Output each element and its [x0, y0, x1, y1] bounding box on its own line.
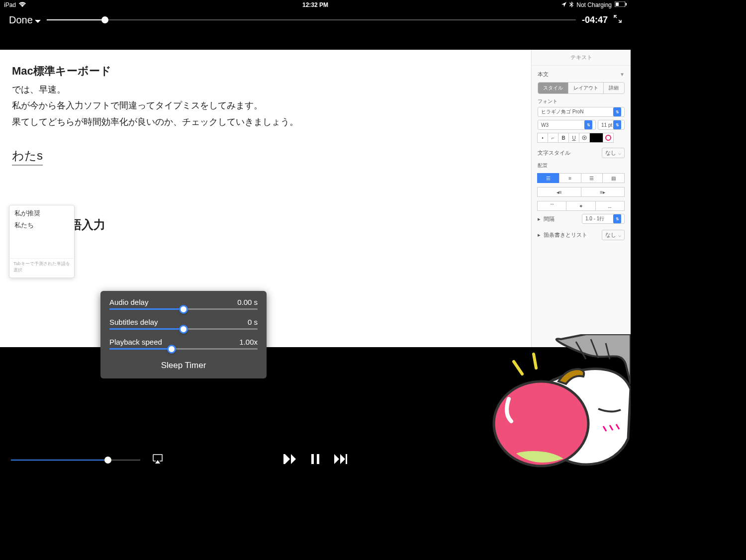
background-heading: 語入力	[70, 217, 105, 233]
align-right-button[interactable]: ☰	[581, 173, 603, 183]
format-tabs[interactable]: スタイル レイアウト 詳細	[538, 82, 625, 94]
strike-button[interactable]: ⌐	[548, 133, 559, 143]
char-style-select[interactable]: なし ⌵	[602, 148, 625, 158]
alignment-label: 配置	[538, 162, 625, 169]
cartoon-illustration	[486, 334, 631, 473]
wifi-icon	[19, 1, 26, 8]
location-icon	[561, 1, 566, 8]
typing-input[interactable]: わたs	[12, 148, 43, 166]
bold-button[interactable]: B	[558, 133, 569, 143]
disclosure-triangle-icon: ▸	[538, 232, 541, 238]
indent-button[interactable]: ≡▸	[581, 187, 625, 197]
dropdown-arrow-icon: ⇅	[613, 120, 621, 129]
progress-thumb[interactable]	[101, 16, 108, 23]
text-color-swatch[interactable]	[589, 133, 603, 143]
status-bar: iPad 12:32 PM Not Charging	[0, 0, 631, 10]
dropdown-arrow-icon: ⇅	[613, 214, 621, 223]
previous-track-button[interactable]	[283, 454, 296, 466]
align-center-button[interactable]: ≡	[559, 173, 581, 183]
dropdown-arrow-icon: ⇅	[584, 120, 592, 129]
font-weight-select[interactable]: W3 ⇅	[538, 120, 596, 130]
indent-group[interactable]: ◂≡ ≡▸	[538, 187, 625, 197]
chevron-down-icon: ⌵	[618, 150, 621, 156]
list-row[interactable]: ▸ 箇条書きとリスト なし ⌵	[538, 227, 625, 243]
svg-point-4	[584, 137, 585, 139]
ime-hint: Tabキーで予測された単語を選択	[9, 258, 74, 276]
chevron-down-icon: ⌵	[618, 232, 621, 238]
expand-icon[interactable]	[614, 15, 622, 25]
paragraph-style-select[interactable]: 本文 ▼	[538, 71, 625, 78]
format-sidebar: テキスト 本文 ▼ スタイル レイアウト 詳細 フォント ヒラギノ角ゴ ProN…	[531, 50, 631, 347]
playback-speed-slider[interactable]	[109, 348, 258, 350]
char-style-label: 文字スタイル	[538, 149, 570, 157]
align-left-button[interactable]: ☰	[537, 173, 560, 183]
document-title: Mac標準キーボード	[12, 64, 519, 79]
time-remaining: -04:47	[582, 15, 608, 25]
ime-candidate-2[interactable]: 私たち	[9, 219, 74, 231]
playback-settings-panel: Audio delay 0.00 s Subtitles delay 0 s P…	[100, 291, 267, 378]
disclosure-triangle-icon: ▸	[538, 216, 541, 222]
font-size-select[interactable]: 11 pt ⇅	[598, 120, 625, 130]
tab-layout[interactable]: レイアウト	[568, 83, 604, 93]
color-wheel-icon	[605, 135, 611, 141]
device-label: iPad	[4, 1, 16, 8]
dropdown-arrow-icon: ⇅	[613, 107, 621, 116]
list-style-select[interactable]: なし ⌵	[602, 230, 625, 240]
playback-speed-value: 1.00x	[239, 338, 258, 346]
playback-speed-label: Playback speed	[109, 338, 162, 346]
vertical-align-group[interactable]: ⎴ ✦ ⎵	[538, 201, 625, 211]
subtitles-delay-value: 0 s	[248, 318, 258, 326]
gear-button[interactable]	[579, 133, 590, 143]
svg-rect-1	[616, 2, 619, 6]
svg-rect-8	[317, 454, 319, 464]
spacing-row[interactable]: ▸ 間隔 1.0 - 1行 ⇅	[538, 211, 625, 227]
ime-candidate-1[interactable]: 私が推奨	[9, 207, 74, 219]
doc-line-1: では、早速。	[12, 82, 519, 97]
valign-bottom-button[interactable]: ⎵	[595, 201, 625, 211]
svg-rect-6	[283, 454, 285, 464]
doc-line-3: 果てしてどちらが時間効率化が良いのか、チェックしていきましょう。	[12, 114, 519, 130]
font-family-select[interactable]: ヒラギノ角ゴ ProN ⇅	[538, 107, 625, 117]
horizontal-align-group[interactable]: ☰ ≡ ☰ ▤	[538, 173, 625, 183]
svg-rect-2	[626, 3, 627, 5]
battery-icon	[615, 1, 627, 8]
svg-point-5	[606, 135, 611, 140]
volume-slider[interactable]	[11, 460, 140, 461]
color-picker-button[interactable]	[603, 133, 614, 143]
chevron-down-icon	[35, 14, 41, 26]
align-justify-button[interactable]: ▤	[602, 173, 625, 183]
done-button[interactable]: Done	[9, 14, 41, 26]
video-progress-track[interactable]	[47, 19, 576, 20]
charging-label: Not Charging	[576, 1, 612, 8]
airplay-icon[interactable]	[152, 454, 163, 466]
next-track-button[interactable]	[334, 454, 347, 466]
video-content: Mac標準キーボード では、早速。 私が今から各入力ソフトで間違ってタイプミスを…	[0, 50, 631, 347]
underline-button[interactable]: U	[568, 133, 579, 143]
tab-style[interactable]: スタイル	[538, 83, 568, 93]
subtitles-delay-label: Subtitles delay	[109, 318, 158, 326]
font-section-label: フォント	[538, 98, 625, 105]
bluetooth-icon	[569, 1, 573, 9]
valign-middle-button[interactable]: ✦	[566, 201, 595, 211]
sleep-timer-button[interactable]: Sleep Timer	[109, 358, 258, 373]
audio-delay-slider[interactable]	[109, 308, 258, 310]
doc-line-2: 私が今から各入力ソフトで間違ってタイプミスをしてみます。	[12, 97, 519, 113]
video-top-controls: Done -04:47	[0, 10, 631, 30]
ime-candidate-popup[interactable]: 私が推奨 私たち Tabキーで予測された単語を選択	[9, 205, 75, 278]
audio-delay-value: 0.00 s	[237, 298, 258, 306]
spacing-select[interactable]: 1.0 - 1行 ⇅	[582, 214, 625, 224]
bullet-button[interactable]: •	[537, 133, 548, 143]
gear-icon	[582, 135, 587, 140]
pause-button[interactable]	[311, 454, 319, 466]
clock: 12:32 PM	[302, 1, 328, 8]
sidebar-title: テキスト	[532, 50, 631, 66]
valign-top-button[interactable]: ⎴	[537, 201, 566, 211]
tab-detail[interactable]: 詳細	[604, 83, 624, 93]
svg-rect-9	[346, 454, 347, 464]
svg-rect-7	[311, 454, 314, 464]
audio-delay-label: Audio delay	[109, 298, 148, 306]
subtitles-delay-slider[interactable]	[109, 328, 258, 330]
outdent-button[interactable]: ◂≡	[537, 187, 581, 197]
chevron-down-icon: ▼	[620, 72, 625, 77]
